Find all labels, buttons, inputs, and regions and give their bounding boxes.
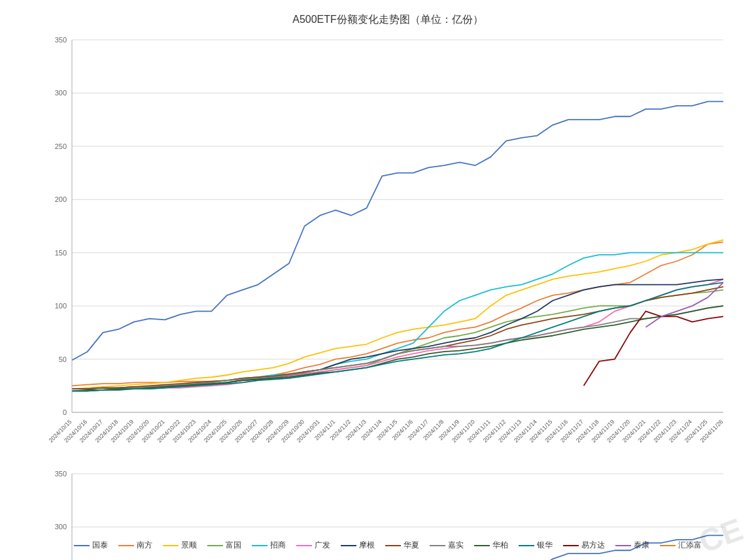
legend-item: 广发 (296, 540, 330, 551)
svg-text:350: 350 (55, 36, 67, 44)
legend-color (252, 545, 267, 546)
legend-color (163, 545, 179, 546)
legend-item: 银华 (519, 540, 553, 551)
svg-text:300: 300 (55, 523, 67, 531)
legend-item: 国泰 (74, 540, 108, 551)
legend-label: 广发 (315, 540, 330, 551)
svg-text:350: 350 (55, 470, 67, 478)
svg-text:150: 150 (55, 249, 67, 257)
legend-color (615, 545, 631, 546)
chart-title: A500ETF份额变化走势图（单位：亿份） (39, 13, 736, 27)
legend-label: 华柏 (492, 540, 508, 551)
legend-item: 招商 (252, 540, 286, 551)
svg-text:250: 250 (55, 142, 67, 150)
legend-label: 招商 (270, 540, 286, 551)
legend-label: 易方达 (581, 540, 605, 551)
legend-color (118, 545, 134, 546)
legend-label: 汇添富 (678, 540, 702, 551)
legend-label: 南方 (137, 540, 152, 551)
svg-text:200: 200 (55, 195, 67, 203)
legend-item: 南方 (118, 540, 152, 551)
legend-color (207, 545, 223, 546)
legend-color (296, 545, 312, 546)
legend-color (474, 545, 490, 546)
legend-color (660, 545, 676, 546)
legend-label: 摩根 (359, 540, 375, 551)
legend-color (74, 545, 90, 546)
legend-item: 华夏 (385, 540, 419, 551)
svg-text:50: 50 (59, 355, 67, 363)
legend-color (430, 545, 445, 546)
legend-label: 华夏 (404, 540, 419, 551)
legend-item: 富国 (207, 540, 241, 551)
legend-label: 富国 (226, 540, 241, 551)
legend-item: 泰康 (615, 540, 649, 551)
legend-color (519, 545, 534, 546)
legend: 国泰 南方 景顺 富国 招商 广发 摩根 华夏 嘉实 华柏 银华 易方达 泰康 … (39, 540, 736, 551)
legend-label: 国泰 (92, 540, 108, 551)
legend-item: 嘉实 (430, 540, 464, 551)
legend-color (341, 545, 356, 546)
legend-item: 摩根 (341, 540, 375, 551)
chart-area: 0501001502002503003502024/10/152024/10/1… (39, 33, 736, 482)
legend-item: 易方达 (563, 540, 605, 551)
legend-item: 华柏 (474, 540, 508, 551)
legend-item: 汇添富 (660, 540, 702, 551)
svg-text:100: 100 (55, 302, 67, 310)
legend-label: 景顺 (181, 540, 197, 551)
svg-text:0: 0 (63, 408, 67, 416)
chart-container: A500ETF份额变化走势图（单位：亿份） 050100150200250300… (0, 0, 756, 560)
legend-item: 景顺 (163, 540, 197, 551)
legend-label: 银华 (537, 540, 553, 551)
legend-label: 泰康 (634, 540, 649, 551)
legend-label: 嘉实 (448, 540, 464, 551)
legend-color (385, 545, 401, 546)
legend-color (563, 545, 579, 546)
main-chart-svg: 0501001502002503003502024/10/152024/10/1… (39, 33, 736, 465)
svg-text:300: 300 (55, 89, 67, 97)
